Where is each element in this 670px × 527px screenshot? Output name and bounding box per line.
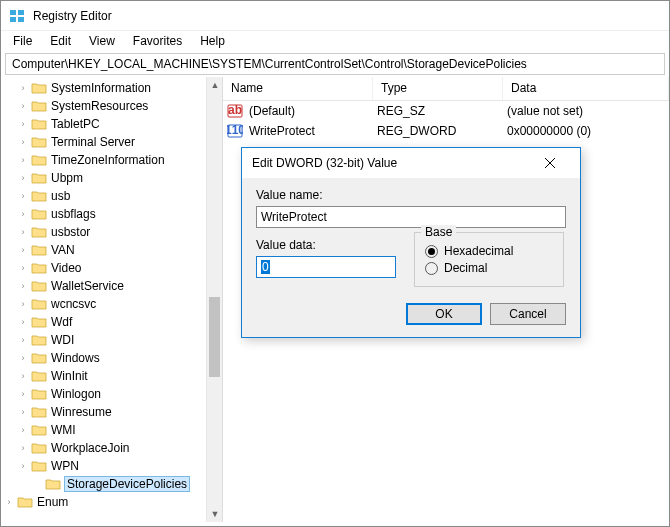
expand-toggle-icon[interactable]: › [17, 334, 29, 346]
tree-item[interactable]: ›WMI [3, 421, 222, 439]
tree-item-label: Windows [51, 351, 100, 365]
folder-icon [31, 225, 47, 239]
tree-item[interactable]: ›usb [3, 187, 222, 205]
svg-text:ab: ab [228, 103, 242, 117]
tree-item-label: WinInit [51, 369, 88, 383]
folder-icon [31, 135, 47, 149]
radio-decimal[interactable]: Decimal [425, 261, 553, 275]
tree-item-label: SystemResources [51, 99, 148, 113]
cell-name: WriteProtect [245, 124, 373, 138]
expand-toggle-icon[interactable]: › [17, 118, 29, 130]
tree-item[interactable]: ›Video [3, 259, 222, 277]
scroll-thumb[interactable] [209, 297, 220, 377]
folder-icon [31, 261, 47, 275]
tree-item[interactable]: ›WPN [3, 457, 222, 475]
expand-toggle-icon[interactable]: › [3, 496, 15, 508]
tree-item[interactable]: ›Enum [3, 493, 222, 511]
expand-toggle-icon[interactable]: › [17, 208, 29, 220]
tree-item[interactable]: ›SystemResources [3, 97, 222, 115]
tree-item[interactable]: ›Terminal Server [3, 133, 222, 151]
expand-toggle-icon[interactable]: › [17, 424, 29, 436]
menu-favorites[interactable]: Favorites [127, 32, 188, 50]
tree-item-label: WDI [51, 333, 74, 347]
tree-item[interactable]: ›WorkplaceJoin [3, 439, 222, 457]
tree-item[interactable]: ›wcncsvc [3, 295, 222, 313]
expand-toggle-icon[interactable]: › [17, 370, 29, 382]
ok-button[interactable]: OK [406, 303, 482, 325]
tree-item[interactable]: ›Winresume [3, 403, 222, 421]
tree-item-label: usbflags [51, 207, 96, 221]
tree-item[interactable]: ›Winlogon [3, 385, 222, 403]
list-body: ab(Default)REG_SZ(value not set)110Write… [223, 101, 669, 141]
folder-icon [31, 99, 47, 113]
expand-toggle-icon[interactable] [31, 478, 43, 490]
value-name-input[interactable]: WriteProtect [256, 206, 566, 228]
expand-toggle-icon[interactable]: › [17, 82, 29, 94]
radio-label-hex: Hexadecimal [444, 244, 513, 258]
folder-icon [31, 81, 47, 95]
menu-view[interactable]: View [83, 32, 121, 50]
tree-item[interactable]: ›VAN [3, 241, 222, 259]
app-icon [9, 8, 25, 24]
tree-item-label: Winlogon [51, 387, 101, 401]
folder-icon [31, 315, 47, 329]
expand-toggle-icon[interactable]: › [17, 388, 29, 400]
expand-toggle-icon[interactable]: › [17, 298, 29, 310]
expand-toggle-icon[interactable]: › [17, 460, 29, 472]
folder-icon [31, 369, 47, 383]
folder-icon [31, 387, 47, 401]
dialog-close-button[interactable] [530, 149, 570, 177]
cancel-button[interactable]: Cancel [490, 303, 566, 325]
expand-toggle-icon[interactable]: › [17, 172, 29, 184]
expand-toggle-icon[interactable]: › [17, 100, 29, 112]
expand-toggle-icon[interactable]: › [17, 136, 29, 148]
tree-item[interactable]: ›Ubpm [3, 169, 222, 187]
tree-item[interactable]: ›TimeZoneInformation [3, 151, 222, 169]
expand-toggle-icon[interactable]: › [17, 190, 29, 202]
expand-toggle-icon[interactable]: › [17, 352, 29, 364]
dialog-title-bar[interactable]: Edit DWORD (32-bit) Value [242, 148, 580, 178]
tree-item[interactable]: ›TabletPC [3, 115, 222, 133]
column-header-data[interactable]: Data [503, 77, 669, 100]
folder-icon [31, 351, 47, 365]
tree-item-label: TabletPC [51, 117, 100, 131]
tree-scrollbar[interactable]: ▲ ▼ [206, 77, 222, 522]
tree-item[interactable]: ›WinInit [3, 367, 222, 385]
menu-help[interactable]: Help [194, 32, 231, 50]
address-bar[interactable]: Computer\HKEY_LOCAL_MACHINE\SYSTEM\Curre… [5, 53, 665, 75]
tree-item-label: Terminal Server [51, 135, 135, 149]
tree-item[interactable]: ›usbflags [3, 205, 222, 223]
expand-toggle-icon[interactable]: › [17, 244, 29, 256]
expand-toggle-icon[interactable]: › [17, 154, 29, 166]
expand-toggle-icon[interactable]: › [17, 280, 29, 292]
tree-item[interactable]: ›Wdf [3, 313, 222, 331]
list-row[interactable]: ab(Default)REG_SZ(value not set) [223, 101, 669, 121]
column-header-name[interactable]: Name [223, 77, 373, 100]
registry-tree[interactable]: ›SystemInformation›SystemResources›Table… [1, 79, 222, 511]
expand-toggle-icon[interactable]: › [17, 226, 29, 238]
expand-toggle-icon[interactable]: › [17, 316, 29, 328]
scroll-up-button[interactable]: ▲ [207, 77, 223, 93]
tree-item[interactable]: ›WalletService [3, 277, 222, 295]
svg-rect-1 [18, 10, 24, 15]
cell-type: REG_SZ [373, 104, 503, 118]
menu-file[interactable]: File [7, 32, 38, 50]
expand-toggle-icon[interactable]: › [17, 442, 29, 454]
folder-icon [31, 297, 47, 311]
tree-item[interactable]: ›SystemInformation [3, 79, 222, 97]
edit-dword-dialog: Edit DWORD (32-bit) Value Value name: Wr… [241, 147, 581, 338]
column-header-type[interactable]: Type [373, 77, 503, 100]
expand-toggle-icon[interactable]: › [17, 406, 29, 418]
tree-item[interactable]: StorageDevicePolicies [3, 475, 222, 493]
tree-item[interactable]: ›Windows [3, 349, 222, 367]
scroll-down-button[interactable]: ▼ [207, 506, 223, 522]
menu-edit[interactable]: Edit [44, 32, 77, 50]
tree-item-label: Winresume [51, 405, 112, 419]
tree-item[interactable]: ›usbstor [3, 223, 222, 241]
radio-hexadecimal[interactable]: Hexadecimal [425, 244, 553, 258]
value-data-input[interactable]: 0 [256, 256, 396, 278]
list-row[interactable]: 110WriteProtectREG_DWORD0x00000000 (0) [223, 121, 669, 141]
expand-toggle-icon[interactable]: › [17, 262, 29, 274]
cell-name: (Default) [245, 104, 373, 118]
tree-item[interactable]: ›WDI [3, 331, 222, 349]
